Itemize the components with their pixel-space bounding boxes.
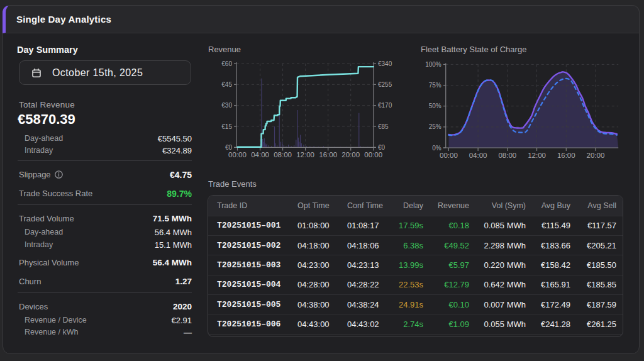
svg-text:€340: €340 bbox=[378, 60, 392, 67]
svg-text:75%: 75% bbox=[429, 82, 441, 89]
svg-text:€255: €255 bbox=[378, 81, 392, 88]
svg-text:12:00: 12:00 bbox=[528, 152, 546, 159]
svg-text:100%: 100% bbox=[425, 61, 441, 68]
svg-text:00:00: 00:00 bbox=[364, 151, 382, 158]
svg-text:20:00: 20:00 bbox=[587, 152, 605, 159]
svg-text:08:00: 08:00 bbox=[274, 151, 292, 158]
svg-text:00:00: 00:00 bbox=[440, 152, 458, 159]
svg-text:€170: €170 bbox=[378, 102, 392, 109]
svg-text:€0: €0 bbox=[378, 144, 386, 151]
svg-text:€85: €85 bbox=[378, 123, 389, 130]
svg-text:04:00: 04:00 bbox=[469, 152, 487, 159]
svg-text:50%: 50% bbox=[429, 103, 441, 109]
svg-text:08:00: 08:00 bbox=[498, 152, 516, 159]
svg-text:20:00: 20:00 bbox=[341, 151, 360, 158]
svg-text:00:00: 00:00 bbox=[228, 151, 247, 158]
svg-text:12:00: 12:00 bbox=[296, 151, 314, 158]
svg-text:€60: €60 bbox=[221, 60, 232, 67]
svg-text:16:00: 16:00 bbox=[557, 152, 575, 159]
svg-text:€45: €45 bbox=[221, 81, 232, 88]
svg-text:€15: €15 bbox=[221, 123, 232, 130]
svg-text:25%: 25% bbox=[429, 123, 441, 130]
svg-text:16:00: 16:00 bbox=[319, 151, 337, 158]
svg-text:04:00: 04:00 bbox=[251, 151, 269, 158]
svg-text:€0: €0 bbox=[225, 144, 233, 151]
svg-text:0%: 0% bbox=[432, 145, 441, 152]
svg-text:€30: €30 bbox=[221, 102, 232, 109]
